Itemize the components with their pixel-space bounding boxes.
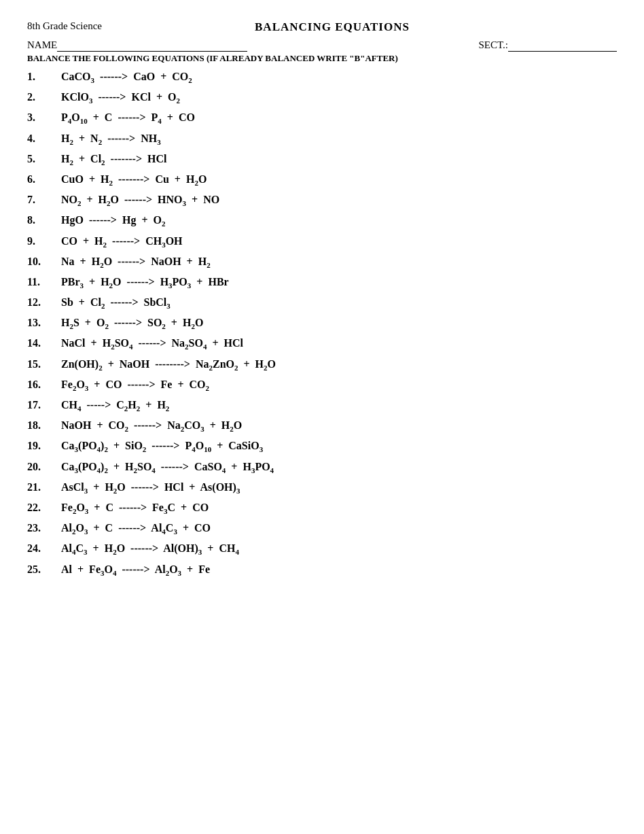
equation-content: HgO ------> Hg + O2 xyxy=(61,214,617,228)
name-sect-row: NAME SECT.: xyxy=(27,39,617,52)
equation-content: Al2O3 + C ------> Al4C3 + CO xyxy=(61,522,617,536)
equation-item: 22.Fe2O3 + C ------> Fe3C + CO xyxy=(27,502,617,515)
equation-content: H2 + Cl2 -------> HCl xyxy=(61,153,617,167)
equation-number: 8. xyxy=(27,214,61,226)
subject-label: 8th Grade Science xyxy=(27,20,102,32)
equation-content: Al4C3 + H2O ------> Al(OH)3 + CH4 xyxy=(61,542,617,556)
equation-number: 1. xyxy=(27,71,61,83)
equation-content: NaOH + CO2 ------> Na2CO3 + H2O xyxy=(61,419,617,433)
equation-number: 14. xyxy=(27,337,61,349)
equation-number: 20. xyxy=(27,461,61,473)
equation-item: 19.Ca3(PO4)2 + SiO2 ------> P4O10 + CaSi… xyxy=(27,440,617,453)
equation-number: 22. xyxy=(27,502,61,514)
equation-content: Al + Fe3O4 ------> Al2O3 + Fe xyxy=(61,563,617,577)
equation-item: 13.H2S + O2 ------> SO2 + H2O xyxy=(27,317,617,330)
equation-number: 21. xyxy=(27,481,61,493)
equation-content: Na + H2O ------> NaOH + H2 xyxy=(61,256,617,269)
equation-content: CuO + H2 -------> Cu + H2O xyxy=(61,173,617,187)
sect-label: SECT.: xyxy=(479,39,508,50)
equation-content: Ca3(PO4)2 + SiO2 ------> P4O10 + CaSiO3 xyxy=(61,440,617,453)
equation-content: KClO3 ------> KCl + O2 xyxy=(61,91,617,105)
equation-number: 5. xyxy=(27,153,61,165)
equation-content: NaCl + H2SO4 ------> Na2SO4 + HCl xyxy=(61,337,617,351)
name-field: NAME xyxy=(27,39,247,52)
equation-number: 17. xyxy=(27,399,61,411)
equation-content: Ca3(PO4)2 + H2SO4 ------> CaSO4 + H3PO4 xyxy=(61,461,617,474)
equation-item: 18.NaOH + CO2 ------> Na2CO3 + H2O xyxy=(27,419,617,433)
equation-item: 15.Zn(OH)2 + NaOH --------> Na2ZnO2 + H2… xyxy=(27,358,617,372)
sect-field: SECT.: xyxy=(479,39,617,52)
equation-item: 1.CaCO3 ------> CaO + CO2 xyxy=(27,71,617,84)
equation-item: 8.HgO ------> Hg + O2 xyxy=(27,214,617,228)
equation-item: 2.KClO3 ------> KCl + O2 xyxy=(27,91,617,105)
equation-content: CO + H2 ------> CH3OH xyxy=(61,235,617,249)
equation-content: Sb + Cl2 ------> SbCl3 xyxy=(61,296,617,310)
equation-number: 18. xyxy=(27,419,61,432)
equation-item: 3.P4O10 + C ------> P4 + CO xyxy=(27,111,617,125)
equation-item: 24.Al4C3 + H2O ------> Al(OH)3 + CH4 xyxy=(27,542,617,556)
equation-content: H2 + N2 ------> NH3 xyxy=(61,133,617,146)
equation-number: 2. xyxy=(27,91,61,103)
equation-content: CaCO3 ------> CaO + CO2 xyxy=(61,71,617,84)
equation-number: 12. xyxy=(27,296,61,309)
equation-item: 7.NO2 + H2O ------> HNO3 + NO xyxy=(27,194,617,207)
equation-number: 16. xyxy=(27,379,61,391)
equation-item: 23.Al2O3 + C ------> Al4C3 + CO xyxy=(27,522,617,536)
equation-number: 13. xyxy=(27,317,61,329)
equation-content: AsCl3 + H2O ------> HCl + As(OH)3 xyxy=(61,481,617,495)
name-label: NAME xyxy=(27,39,57,50)
equation-content: Fe2O3 + CO ------> Fe + CO2 xyxy=(61,379,617,392)
equation-content: Zn(OH)2 + NaOH --------> Na2ZnO2 + H2O xyxy=(61,358,617,372)
equation-item: 14.NaCl + H2SO4 ------> Na2SO4 + HCl xyxy=(27,337,617,351)
equation-item: 12.Sb + Cl2 ------> SbCl3 xyxy=(27,296,617,310)
equation-number: 10. xyxy=(27,256,61,268)
equation-number: 15. xyxy=(27,358,61,370)
equation-number: 23. xyxy=(27,522,61,534)
equation-number: 11. xyxy=(27,276,61,288)
equation-content: NO2 + H2O ------> HNO3 + NO xyxy=(61,194,617,207)
equation-list: 1.CaCO3 ------> CaO + CO22.KClO3 ------>… xyxy=(27,71,617,577)
page-title: BALANCING EQUATIONS xyxy=(255,20,410,34)
equation-content: Fe2O3 + C ------> Fe3C + CO xyxy=(61,502,617,515)
equation-content: PBr3 + H2O ------> H3PO3 + HBr xyxy=(61,276,617,290)
sect-underline[interactable] xyxy=(508,39,617,52)
name-underline[interactable] xyxy=(57,39,247,52)
equation-content: CH4 -----> C2H2 + H2 xyxy=(61,399,617,413)
equation-item: 25.Al + Fe3O4 ------> Al2O3 + Fe xyxy=(27,563,617,577)
equation-number: 25. xyxy=(27,563,61,576)
equation-item: 6.CuO + H2 -------> Cu + H2O xyxy=(27,173,617,187)
equation-number: 24. xyxy=(27,542,61,555)
equation-item: 5.H2 + Cl2 -------> HCl xyxy=(27,153,617,167)
equation-item: 16.Fe2O3 + CO ------> Fe + CO2 xyxy=(27,379,617,392)
equation-number: 19. xyxy=(27,440,61,452)
equation-item: 17.CH4 -----> C2H2 + H2 xyxy=(27,399,617,413)
equation-number: 7. xyxy=(27,194,61,206)
equation-item: 21.AsCl3 + H2O ------> HCl + As(OH)3 xyxy=(27,481,617,495)
equation-item: 20.Ca3(PO4)2 + H2SO4 ------> CaSO4 + H3P… xyxy=(27,461,617,474)
equation-content: H2S + O2 ------> SO2 + H2O xyxy=(61,317,617,330)
equation-number: 9. xyxy=(27,235,61,247)
equation-item: 9.CO + H2 ------> CH3OH xyxy=(27,235,617,249)
header-row: 8th Grade Science BALANCING EQUATIONS xyxy=(27,20,617,34)
equation-number: 3. xyxy=(27,111,61,124)
equation-number: 4. xyxy=(27,133,61,145)
equation-item: 11.PBr3 + H2O ------> H3PO3 + HBr xyxy=(27,276,617,290)
equation-number: 6. xyxy=(27,173,61,186)
equation-item: 4.H2 + N2 ------> NH3 xyxy=(27,133,617,146)
page-wrapper: 8th Grade Science BALANCING EQUATIONS NA… xyxy=(27,20,617,577)
equation-content: P4O10 + C ------> P4 + CO xyxy=(61,111,617,125)
instruction-text: BALANCE THE FOLLOWING EQUATIONS (IF ALRE… xyxy=(27,53,617,64)
equation-item: 10.Na + H2O ------> NaOH + H2 xyxy=(27,256,617,269)
